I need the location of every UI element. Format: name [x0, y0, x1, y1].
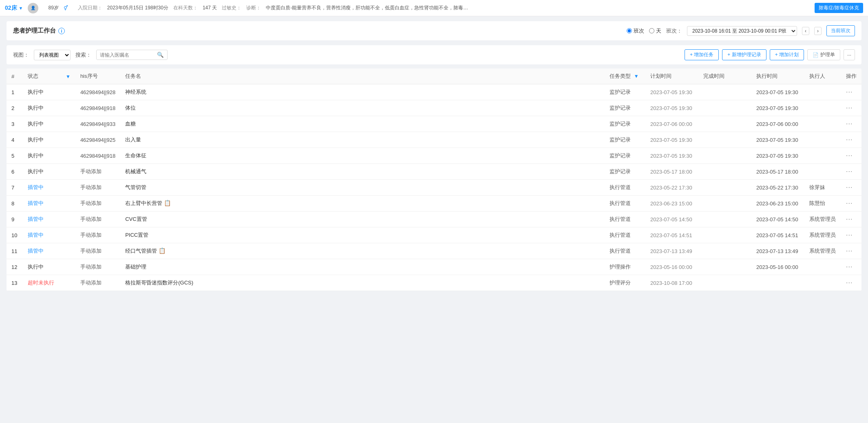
- action-menu-button[interactable]: ···: [846, 200, 853, 207]
- table-row: 3 执行中 46298494||933 血糖 监护记录 2023-07-06 0…: [7, 116, 861, 132]
- row-filter-cell: [59, 116, 75, 132]
- row-executor: 系统管理员: [804, 227, 841, 243]
- add-record-button[interactable]: + 新增护理记录: [722, 49, 766, 60]
- action-menu-button[interactable]: ···: [846, 216, 853, 223]
- search-input[interactable]: [97, 51, 154, 59]
- row-action[interactable]: ···: [841, 180, 861, 196]
- col-header-exec: 执行时间: [751, 68, 804, 84]
- row-action[interactable]: ···: [841, 164, 861, 180]
- row-action[interactable]: ···: [841, 100, 861, 116]
- prev-shift-button[interactable]: ‹: [802, 27, 809, 35]
- row-action[interactable]: ···: [841, 243, 861, 259]
- row-his: 手动添加: [75, 243, 120, 259]
- type-filter-icon[interactable]: ▼: [634, 73, 639, 79]
- row-done-time: [698, 164, 751, 180]
- action-menu-button[interactable]: ···: [846, 184, 853, 191]
- table-row: 6 执行中 手动添加 机械通气 监护记录 2023-05-17 18:00 20…: [7, 164, 861, 180]
- row-num: 9: [7, 212, 23, 227]
- row-his: 手动添加: [75, 164, 120, 180]
- row-action[interactable]: ···: [841, 132, 861, 148]
- task-doc-icon[interactable]: 📋: [159, 247, 166, 254]
- view-select[interactable]: 列表视图: [34, 50, 71, 60]
- row-action[interactable]: ···: [841, 259, 861, 275]
- row-executor: 陈慧怡: [804, 196, 841, 212]
- row-action[interactable]: ···: [841, 148, 861, 164]
- row-exec-time: 2023-07-05 19:30: [751, 148, 804, 164]
- task-doc-icon[interactable]: 📋: [164, 200, 171, 206]
- radio-shift-input[interactable]: [627, 28, 632, 33]
- row-done-time: [698, 180, 751, 196]
- action-menu-button[interactable]: ···: [846, 231, 853, 238]
- row-executor: 徐芽妹: [804, 180, 841, 196]
- row-status: 执行中: [23, 116, 59, 132]
- shift-select[interactable]: 2023-10-08 16:01 至 2023-10-09 00:01 P班: [687, 26, 797, 36]
- row-plan-time: 2023-10-08 17:00: [645, 275, 698, 291]
- row-type: 执行管道: [605, 212, 645, 227]
- row-type: 护理操作: [605, 259, 645, 275]
- page-header-right: 班次 天 班次： 2023-10-08 16:01 至 2023-10-09 0…: [627, 25, 855, 36]
- add-task-button[interactable]: + 增加任务: [685, 49, 719, 60]
- row-action[interactable]: ···: [841, 212, 861, 227]
- row-executor: [804, 84, 841, 100]
- shift-label: 班次：: [666, 27, 682, 35]
- row-done-time: [698, 196, 751, 212]
- action-menu-button[interactable]: ···: [846, 136, 853, 143]
- row-plan-time: 2023-07-13 13:49: [645, 243, 698, 259]
- search-button[interactable]: 🔍: [154, 50, 167, 59]
- nursing-sheet-button[interactable]: 📄 护理单: [807, 49, 840, 60]
- action-menu-button[interactable]: ···: [846, 88, 853, 95]
- action-menu-button[interactable]: ···: [846, 152, 853, 159]
- radio-shift[interactable]: 班次: [627, 27, 644, 35]
- next-shift-button[interactable]: ›: [814, 27, 822, 35]
- row-num: 12: [7, 259, 23, 275]
- action-menu-button[interactable]: ···: [846, 247, 853, 254]
- add-plan-button[interactable]: + 增加计划: [770, 49, 804, 60]
- current-shift-button[interactable]: 当前班次: [826, 25, 855, 36]
- row-task: 格拉斯哥昏迷指数评分(GCS): [120, 275, 592, 291]
- top-bar: 02床 ▼ 👤 89岁 ⚥ 入院日期： 2023年05月15日 198时30分 …: [0, 0, 868, 16]
- row-task: 出入量: [120, 132, 592, 148]
- row-action[interactable]: ···: [841, 196, 861, 212]
- col-header-filter[interactable]: ▼: [59, 68, 75, 84]
- row-done-time: [698, 132, 751, 148]
- row-filter-cell: [59, 84, 75, 100]
- row-type: 监护记录: [605, 132, 645, 148]
- col-header-executor: 执行人: [804, 68, 841, 84]
- action-menu-button[interactable]: ···: [846, 168, 853, 175]
- row-task: 血糖: [120, 116, 592, 132]
- action-menu-button[interactable]: ···: [846, 263, 853, 270]
- action-menu-button[interactable]: ···: [846, 279, 853, 286]
- radio-day-input[interactable]: [649, 28, 654, 33]
- action-menu-button[interactable]: ···: [846, 104, 853, 111]
- bed-selector[interactable]: 02床 ▼: [5, 4, 23, 12]
- info-icon[interactable]: i: [58, 28, 65, 34]
- row-plan-time: 2023-07-05 19:30: [645, 148, 698, 164]
- row-his: 手动添加: [75, 180, 120, 196]
- row-his: 手动添加: [75, 259, 120, 275]
- row-filter-cell: [59, 164, 75, 180]
- row-exec-time: 2023-07-05 19:30: [751, 100, 804, 116]
- row-action[interactable]: ···: [841, 275, 861, 291]
- antibiotic-button[interactable]: 脓毒症/脓毒症休克: [815, 3, 863, 13]
- more-button[interactable]: ···: [844, 49, 855, 60]
- row-exec-time: [751, 275, 804, 291]
- row-plan-time: 2023-07-05 19:30: [645, 84, 698, 100]
- page-title: 患者护理工作台: [13, 27, 56, 35]
- row-type: 监护记录: [605, 148, 645, 164]
- row-action[interactable]: ···: [841, 84, 861, 100]
- row-his: 46298494||925: [75, 132, 120, 148]
- radio-day[interactable]: 天: [649, 27, 661, 35]
- col-header-plan: 计划时间: [645, 68, 698, 84]
- radio-group: 班次 天: [627, 27, 661, 35]
- row-status: 执行中: [23, 100, 59, 116]
- row-num: 2: [7, 100, 23, 116]
- row-status: 插管中: [23, 212, 59, 227]
- row-filter-cell: [59, 100, 75, 116]
- action-menu-button[interactable]: ···: [846, 120, 853, 127]
- row-action[interactable]: ···: [841, 227, 861, 243]
- row-done-time: [698, 259, 751, 275]
- table-row: 9 插管中 手动添加 CVC置管 执行管道 2023-07-05 14:50 2…: [7, 212, 861, 227]
- row-action[interactable]: ···: [841, 116, 861, 132]
- col-header-task: 任务名: [120, 68, 592, 84]
- filter-icon[interactable]: ▼: [66, 74, 71, 79]
